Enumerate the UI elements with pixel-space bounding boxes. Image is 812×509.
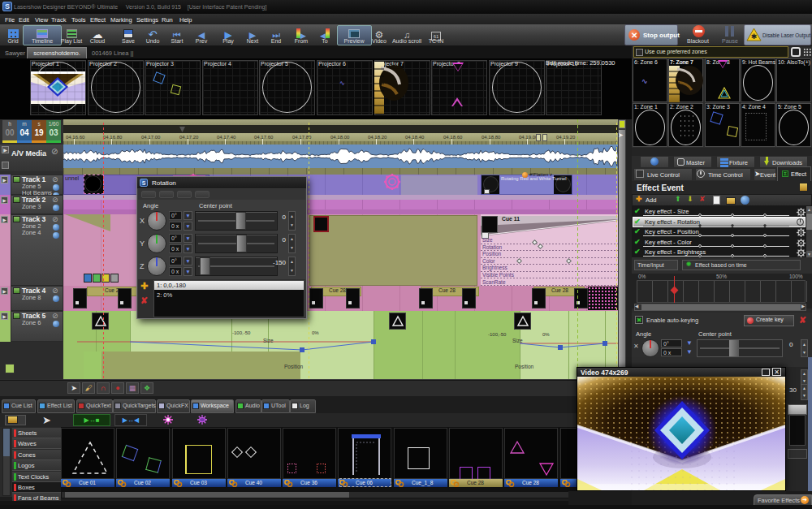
- svg-text:✱: ✱: [751, 32, 758, 41]
